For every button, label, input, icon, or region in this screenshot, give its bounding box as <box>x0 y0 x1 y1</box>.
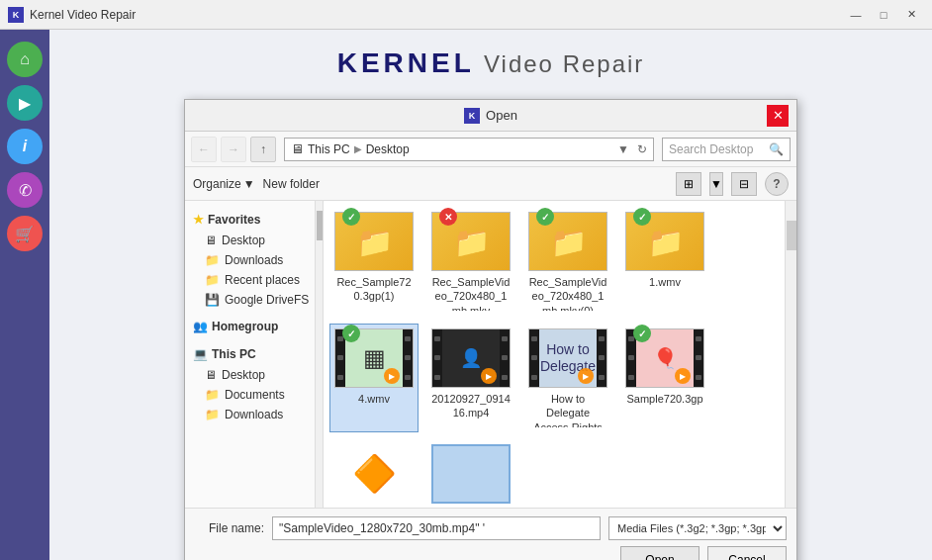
partial-item-cone[interactable]: 🔶 <box>329 440 419 508</box>
thispc-label: This PC <box>212 347 256 361</box>
app-title-repair: Repair <box>563 50 645 77</box>
dialog-icon: K <box>464 108 480 124</box>
panel-pc-desktop-label: Desktop <box>222 368 265 382</box>
panel-item-pc-downloads[interactable]: 📁 Downloads <box>185 405 323 424</box>
panel-item-recent[interactable]: 📁 Recent places <box>185 270 323 290</box>
cancel-button[interactable]: Cancel <box>707 546 787 560</box>
filetype-select[interactable]: Media Files (*.3g2; *.3gp; *.3gpi <box>608 516 787 540</box>
breadcrumb-current: Desktop <box>366 142 410 156</box>
panel-pc-documents-label: Documents <box>225 388 285 402</box>
favorites-star-icon: ★ <box>193 213 204 227</box>
file-grid: 📁 ✓ Rec_Sample720.3gp(1) 📁 ✕ <box>329 207 791 508</box>
file-item-7[interactable]: 🎈 ▶ ✓ Sample720.3gp <box>620 324 709 432</box>
status-check-3: ✓ <box>633 208 651 226</box>
status-x-1: ✕ <box>439 208 457 226</box>
file-name-4: 4.wmv <box>358 392 390 406</box>
breadcrumb-dropdown-icon[interactable]: ▼ <box>617 142 629 156</box>
titlebar-controls: — □ ✕ <box>843 5 924 25</box>
play-overlay-5: ▶ <box>481 368 497 384</box>
panel-item-pc-desktop[interactable]: 🖥 Desktop <box>185 365 323 385</box>
panel-item-pc-documents[interactable]: 📁 Documents <box>185 385 323 405</box>
cone-thumb: 🔶 <box>334 444 414 504</box>
panel-scrollbar-thumb <box>317 211 323 240</box>
file-item-4[interactable]: ▦ ▶ ✓ 4.wmv <box>329 324 419 432</box>
filmstrip-left-5 <box>432 329 442 387</box>
file-item-6[interactable]: How to Delegate ▶ How to Delegate Access… <box>523 324 612 432</box>
help-button[interactable]: ? <box>765 172 789 196</box>
search-box: Search Desktop 🔍 <box>662 138 791 161</box>
filmstrip-right-4 <box>403 329 413 387</box>
app-header: KERNEL Video Repair <box>337 47 645 79</box>
panel-desktop-label: Desktop <box>222 233 265 247</box>
sidebar-video-button[interactable]: ▶ <box>7 85 43 121</box>
breadcrumb-folder-icon: 🖥 <box>291 141 304 156</box>
panel-item-downloads[interactable]: 📁 Downloads <box>185 250 323 270</box>
file-thumbnail-7: 🎈 ▶ ✓ <box>625 328 704 388</box>
panel-item-desktop[interactable]: 🖥 Desktop <box>185 231 323 250</box>
dialog-title-area: K Open <box>215 108 767 124</box>
right-scrollbar[interactable] <box>785 201 796 508</box>
nav-up-button[interactable]: ↑ <box>250 137 276 162</box>
breadcrumb-refresh-icon[interactable]: ↻ <box>637 142 647 156</box>
file-name-5: 20120927_091416.mp4 <box>431 392 511 420</box>
dialog-navbar: ← → ↑ 🖥 This PC ▶ Desktop ▼ ↻ Search Des… <box>185 132 796 167</box>
dialog-titlebar: K Open ✕ <box>185 100 796 132</box>
file-item-0[interactable]: 📁 ✓ Rec_Sample720.3gp(1) <box>329 207 419 316</box>
view-thumbnails-button[interactable]: ⊞ <box>676 172 701 196</box>
dialog-body: ★ Favorites 🖥 Desktop 📁 Downloads 📁 Rece… <box>185 201 796 508</box>
dialog-title: Open <box>486 108 517 123</box>
partial-item-blue[interactable] <box>426 440 515 508</box>
search-placeholder: Search Desktop <box>669 142 765 156</box>
scrollbar-thumb <box>787 221 796 250</box>
homegroup-icon: 👥 <box>193 320 208 333</box>
file-thumbnail-6: How to Delegate ▶ <box>528 328 607 388</box>
nav-forward-button[interactable]: → <box>221 137 246 162</box>
favorites-header: ★ Favorites <box>185 209 323 231</box>
sidebar-phone-button[interactable]: ✆ <box>7 172 43 208</box>
app-title-video: Video <box>484 50 563 77</box>
status-check-2: ✓ <box>536 208 554 226</box>
breadcrumb-root: This PC <box>308 142 350 156</box>
pc-documents-icon: 📁 <box>205 388 220 402</box>
app-titlebar: K Kernel Video Repair — □ ✕ <box>0 0 932 30</box>
panel-item-googledrife[interactable]: 💾 Google DriveFS <box>185 290 323 310</box>
panel-downloads-label: Downloads <box>225 253 283 267</box>
filename-input[interactable] <box>272 516 601 540</box>
filmstrip-right-7 <box>694 329 703 387</box>
file-name-6: How to Delegate Access Rights for Exchan… <box>528 392 607 427</box>
file-name-2: Rec_SampleVideo_720x480_1mb.mkv(0) <box>528 275 607 311</box>
file-item-3[interactable]: 📁 ✓ 1.wmv <box>620 207 709 316</box>
file-name-1: Rec_SampleVideo_720x480_1mb.mkv <box>431 275 511 311</box>
dialog-close-button[interactable]: ✕ <box>767 105 789 127</box>
maximize-button[interactable]: □ <box>871 5 896 25</box>
downloads-icon: 📁 <box>205 253 220 267</box>
file-item-5[interactable]: 👤 ▶ 20120927_091416.mp4 <box>426 324 515 432</box>
googledrive-icon: 💾 <box>205 293 220 307</box>
file-item-1[interactable]: 📁 ✕ Rec_SampleVideo_720x480_1mb.mkv <box>426 207 515 316</box>
thispc-icon: 💻 <box>193 347 208 361</box>
filmstrip-right-6 <box>597 329 606 387</box>
sidebar-home-button[interactable]: ⌂ <box>7 42 43 77</box>
close-button[interactable]: ✕ <box>898 5 924 25</box>
view-dropdown-button[interactable]: ▼ <box>709 172 723 196</box>
file-thumbnail-4: ▦ ▶ ✓ <box>334 328 414 388</box>
panel-recent-label: Recent places <box>225 273 300 287</box>
filename-row: File name: Media Files (*.3g2; *.3gp; *.… <box>195 516 787 540</box>
organize-button[interactable]: Organize ▼ <box>193 177 255 191</box>
file-item-2[interactable]: 📁 ✓ Rec_SampleVideo_720x480_1mb.mkv(0) <box>523 207 612 316</box>
filmstrip-right-5 <box>500 329 510 387</box>
status-check-0: ✓ <box>342 208 360 226</box>
search-icon[interactable]: 🔍 <box>769 142 784 156</box>
main-content: KERNEL Video Repair K Open ✕ ← → ↑ 🖥 Thi… <box>49 30 932 560</box>
sidebar-cart-button[interactable]: 🛒 <box>7 216 43 251</box>
open-button[interactable]: Open <box>620 546 699 560</box>
play-overlay-7: ▶ <box>675 368 691 384</box>
sidebar-info-button[interactable]: i <box>7 129 43 164</box>
new-folder-button[interactable]: New folder <box>263 177 320 191</box>
minimize-button[interactable]: — <box>843 5 869 25</box>
nav-back-button[interactable]: ← <box>191 137 217 162</box>
file-thumbnail-0: 📁 ✓ <box>334 212 414 271</box>
open-dialog: K Open ✕ ← → ↑ 🖥 This PC ▶ Desktop ▼ ↻ S… <box>184 99 797 560</box>
view-split-button[interactable]: ⊟ <box>731 172 757 196</box>
left-sidebar: ⌂ ▶ i ✆ 🛒 <box>0 30 49 560</box>
